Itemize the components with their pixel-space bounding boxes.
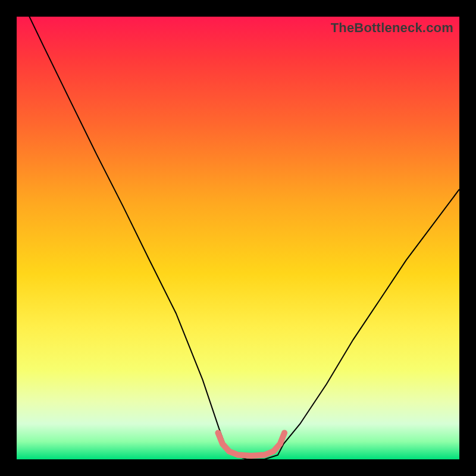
curve-layer <box>17 17 459 459</box>
chart-area: TheBottleneck.com <box>17 17 459 459</box>
chart-frame: TheBottleneck.com <box>0 0 476 476</box>
optimum-marker-path <box>218 433 285 456</box>
bottleneck-curve-path <box>17 17 459 459</box>
